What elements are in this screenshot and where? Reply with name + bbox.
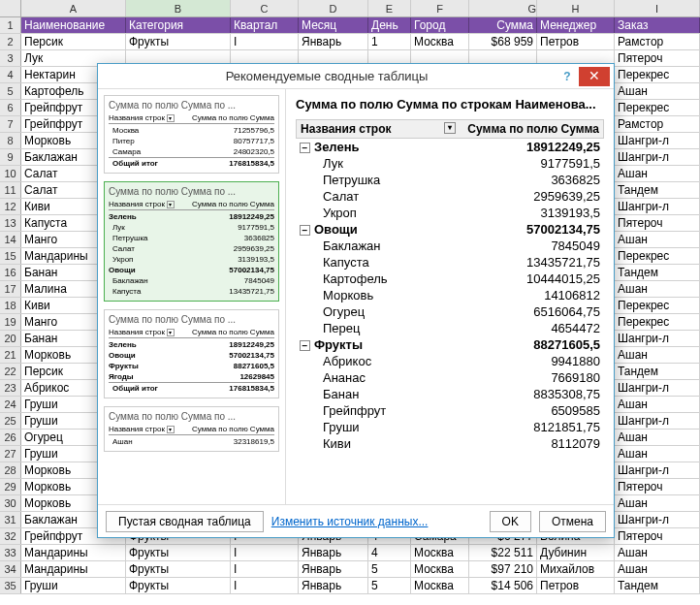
cell[interactable]: Тандем xyxy=(615,364,700,379)
pivot-row[interactable]: Абрикос9941880 xyxy=(296,353,604,369)
row-header[interactable]: 3 xyxy=(0,50,21,66)
header-cell[interactable]: Город xyxy=(411,17,469,33)
cell[interactable]: Рамстор xyxy=(615,34,700,49)
cell[interactable]: Перекрес xyxy=(615,67,700,82)
cell[interactable]: Ашан xyxy=(615,347,700,363)
row-header[interactable]: 35 xyxy=(0,578,21,593)
row-header[interactable]: 19 xyxy=(0,314,21,330)
pivot-row[interactable]: Огурец6516064,75 xyxy=(296,303,604,320)
cell[interactable]: Тандем xyxy=(615,182,700,198)
cell[interactable]: Ашан xyxy=(615,166,700,181)
dialog-titlebar[interactable]: Рекомендуемые сводные таблицы ? ✕ xyxy=(98,64,614,89)
pivot-row[interactable]: Грейпфрут6509585 xyxy=(296,402,604,419)
cell[interactable]: Фрукты xyxy=(126,561,231,577)
collapse-icon[interactable]: − xyxy=(300,340,310,351)
cell[interactable]: $22 511 xyxy=(469,545,537,560)
cell[interactable]: Перекрес xyxy=(615,298,700,313)
row-header[interactable]: 23 xyxy=(0,380,21,396)
row-header[interactable]: 20 xyxy=(0,331,21,346)
column-header-D[interactable]: D xyxy=(299,0,368,16)
pivot-row[interactable]: Морковь14106812 xyxy=(296,287,604,303)
cancel-button[interactable]: Отмена xyxy=(539,511,606,532)
row-header[interactable]: 33 xyxy=(0,545,21,560)
row-header[interactable]: 10 xyxy=(0,166,21,181)
pivot-row[interactable]: −Овощи57002134,75 xyxy=(296,221,604,238)
cell[interactable]: I xyxy=(231,545,299,560)
cell[interactable]: Мандарины xyxy=(21,561,126,577)
blank-pivot-button[interactable]: Пустая сводная таблица xyxy=(106,511,264,532)
header-cell[interactable]: Менеджер xyxy=(537,17,615,33)
cell[interactable]: $97 210 xyxy=(469,561,537,577)
row-header[interactable]: 32 xyxy=(0,528,21,544)
row-header[interactable]: 4 xyxy=(0,67,21,82)
cell[interactable]: $14 506 xyxy=(469,578,537,593)
row-header[interactable]: 9 xyxy=(0,149,21,165)
row-header[interactable]: 14 xyxy=(0,232,21,247)
cell[interactable]: I xyxy=(231,561,299,577)
pivot-row[interactable]: −Зелень18912249,25 xyxy=(296,139,604,155)
row-header[interactable]: 21 xyxy=(0,347,21,363)
cell[interactable]: Шангри-л xyxy=(615,413,700,429)
row-header[interactable]: 27 xyxy=(0,446,21,462)
cell[interactable]: Январь xyxy=(299,578,368,593)
row-header[interactable]: 6 xyxy=(0,100,21,115)
row-header[interactable]: 8 xyxy=(0,133,21,148)
pivot-thumbnail[interactable]: Сумма по полю Сумма по ...Названия строк… xyxy=(104,95,279,174)
cell[interactable]: $68 959 xyxy=(469,34,537,49)
cell[interactable]: 5 xyxy=(368,561,411,577)
row-header[interactable]: 30 xyxy=(0,495,21,511)
cell[interactable]: Пятероч xyxy=(615,528,700,544)
pivot-thumbnail[interactable]: Сумма по полю Сумма по ...Названия строк… xyxy=(104,181,279,302)
column-header-C[interactable]: C xyxy=(231,0,299,16)
cell[interactable]: Шангри-л xyxy=(615,380,700,396)
pivot-row[interactable]: −Фрукты88271605,5 xyxy=(296,336,604,353)
cell[interactable]: Москва xyxy=(411,578,469,593)
cell[interactable]: Мандарины xyxy=(21,545,126,560)
row-header[interactable]: 18 xyxy=(0,298,21,313)
cell[interactable]: I xyxy=(231,578,299,593)
cell[interactable]: Январь xyxy=(299,545,368,560)
cell[interactable]: Фрукты xyxy=(126,545,231,560)
cell[interactable]: Рамстор xyxy=(615,116,700,132)
ok-button[interactable]: OK xyxy=(490,511,531,532)
cell[interactable]: Шангри-л xyxy=(615,462,700,478)
cell[interactable]: Шангри-л xyxy=(615,133,700,148)
row-header[interactable]: 28 xyxy=(0,462,21,478)
pivot-row[interactable]: Салат2959639,25 xyxy=(296,188,604,205)
pivot-thumbnail[interactable]: Сумма по полю Сумма по ...Названия строк… xyxy=(104,406,279,452)
row-header[interactable]: 12 xyxy=(0,199,21,214)
header-cell[interactable]: Месяц xyxy=(299,17,368,33)
pivot-row[interactable]: Киви8112079 xyxy=(296,435,604,452)
cell[interactable]: 5 xyxy=(368,578,411,593)
cell[interactable]: Михайлов xyxy=(537,561,615,577)
cell[interactable]: Фрукты xyxy=(126,578,231,593)
cell[interactable]: Москва xyxy=(411,34,469,49)
pivot-row[interactable]: Лук9177591,5 xyxy=(296,155,604,172)
pivot-row[interactable]: Груши8121851,75 xyxy=(296,419,604,435)
cell[interactable]: Ашан xyxy=(615,495,700,511)
cell[interactable]: Перекрес xyxy=(615,100,700,115)
column-header-F[interactable]: F xyxy=(411,0,469,16)
cell[interactable]: Петров xyxy=(537,34,615,49)
cell[interactable]: Пятероч xyxy=(615,215,700,231)
column-header-G[interactable]: G xyxy=(469,0,537,16)
row-header[interactable]: 7 xyxy=(0,116,21,132)
collapse-icon[interactable]: − xyxy=(300,143,310,153)
column-header-I[interactable]: I xyxy=(615,0,700,16)
help-button[interactable]: ? xyxy=(556,70,579,83)
row-header[interactable]: 5 xyxy=(0,83,21,99)
row-header[interactable]: 11 xyxy=(0,182,21,198)
change-source-link[interactable]: Изменить источник данных... xyxy=(271,515,429,528)
header-cell[interactable]: Сумма xyxy=(469,17,537,33)
cell[interactable]: Москва xyxy=(411,561,469,577)
column-header-H[interactable]: H xyxy=(537,0,615,16)
cell[interactable]: Ашан xyxy=(615,446,700,462)
cell[interactable]: Ашан xyxy=(615,281,700,297)
cell[interactable]: Тандем xyxy=(615,578,700,593)
dropdown-icon[interactable]: ▾ xyxy=(444,122,456,134)
row-header[interactable]: 2 xyxy=(0,34,21,49)
pivot-row[interactable]: Перец4654472 xyxy=(296,320,604,336)
pivot-row[interactable]: Баклажан7845049 xyxy=(296,238,604,254)
cell[interactable]: Тандем xyxy=(615,265,700,280)
row-header[interactable]: 13 xyxy=(0,215,21,231)
